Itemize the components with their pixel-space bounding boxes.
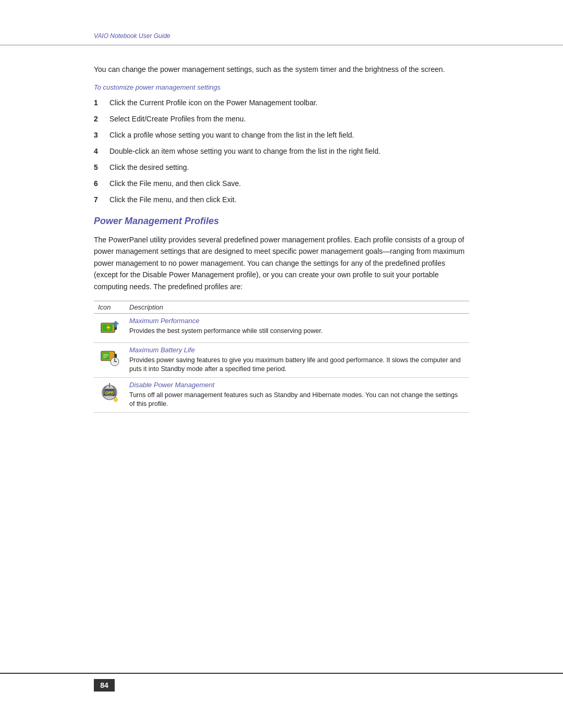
step-text: Click the File menu, and then click Save… bbox=[109, 178, 469, 189]
profiles-heading: Power Management Profiles bbox=[94, 216, 469, 227]
list-item: 3 Click a profile whose setting you want… bbox=[94, 130, 469, 141]
col-icon-header: Icon bbox=[94, 301, 125, 313]
step-text: Click the desired setting. bbox=[109, 162, 469, 173]
profiles-body: The PowerPanel utility provides several … bbox=[94, 234, 469, 292]
content-area: You can change the power management sett… bbox=[0, 45, 563, 434]
icon-cell: OFF bbox=[94, 377, 125, 412]
list-item: 2 Select Edit/Create Profiles from the m… bbox=[94, 114, 469, 125]
profiles-table: Icon Description bbox=[94, 301, 469, 413]
step-text: Click the Current Profile icon on the Po… bbox=[109, 97, 469, 108]
page-footer: 84 bbox=[0, 673, 563, 697]
icon-cell bbox=[94, 342, 125, 377]
step-number: 6 bbox=[94, 178, 109, 189]
step-text: Click a profile whose setting you want t… bbox=[109, 130, 469, 141]
list-item: 5 Click the desired setting. bbox=[94, 162, 469, 173]
page-number: 84 bbox=[94, 679, 115, 692]
profile-description-cell: Disable Power Management Turns off all p… bbox=[125, 377, 469, 412]
maximum-performance-icon bbox=[99, 317, 120, 338]
col-description-header: Description bbox=[125, 301, 469, 313]
profile-desc: Turns off all power management features … bbox=[129, 391, 458, 408]
table-row: Maximum Battery Life Provides power savi… bbox=[94, 342, 469, 377]
page-header: VAIO Notebook User Guide bbox=[0, 0, 563, 45]
maximum-battery-life-icon bbox=[99, 346, 120, 367]
page-container: VAIO Notebook User Guide You can change … bbox=[0, 0, 563, 728]
list-item: 1 Click the Current Profile icon on the … bbox=[94, 97, 469, 108]
profile-description-cell: Maximum Performance Provides the best sy… bbox=[125, 313, 469, 342]
step-number: 4 bbox=[94, 146, 109, 157]
step-text: Click the File menu, and then click Exit… bbox=[109, 194, 469, 205]
step-number: 1 bbox=[94, 97, 109, 108]
list-item: 4 Double-click an item whose setting you… bbox=[94, 146, 469, 157]
step-text: Double-click an item whose setting you w… bbox=[109, 146, 469, 157]
profile-description-cell: Maximum Battery Life Provides power savi… bbox=[125, 342, 469, 377]
profile-name: Disable Power Management bbox=[129, 381, 465, 389]
list-item: 7 Click the File menu, and then click Ex… bbox=[94, 194, 469, 205]
steps-list: 1 Click the Current Profile icon on the … bbox=[94, 97, 469, 205]
table-row: Maximum Performance Provides the best sy… bbox=[94, 313, 469, 342]
list-item: 6 Click the File menu, and then click Sa… bbox=[94, 178, 469, 189]
table-row: OFF Disable Power Management Turns off a… bbox=[94, 377, 469, 412]
step-number: 2 bbox=[94, 114, 109, 125]
profile-name: Maximum Performance bbox=[129, 317, 465, 325]
profile-desc: Provides the best system performance whi… bbox=[129, 327, 323, 335]
breadcrumb: VAIO Notebook User Guide bbox=[94, 32, 170, 40]
step-number: 7 bbox=[94, 194, 109, 205]
intro-paragraph: You can change the power management sett… bbox=[94, 64, 469, 75]
step-text: Select Edit/Create Profiles from the men… bbox=[109, 114, 469, 125]
step-number: 3 bbox=[94, 130, 109, 141]
disable-power-management-icon: OFF bbox=[99, 381, 120, 402]
profile-name: Maximum Battery Life bbox=[129, 346, 465, 354]
profile-desc: Provides power saving features to give y… bbox=[129, 356, 461, 373]
icon-cell bbox=[94, 313, 125, 342]
step-number: 5 bbox=[94, 162, 109, 173]
customize-heading: To customize power management settings bbox=[94, 83, 469, 91]
